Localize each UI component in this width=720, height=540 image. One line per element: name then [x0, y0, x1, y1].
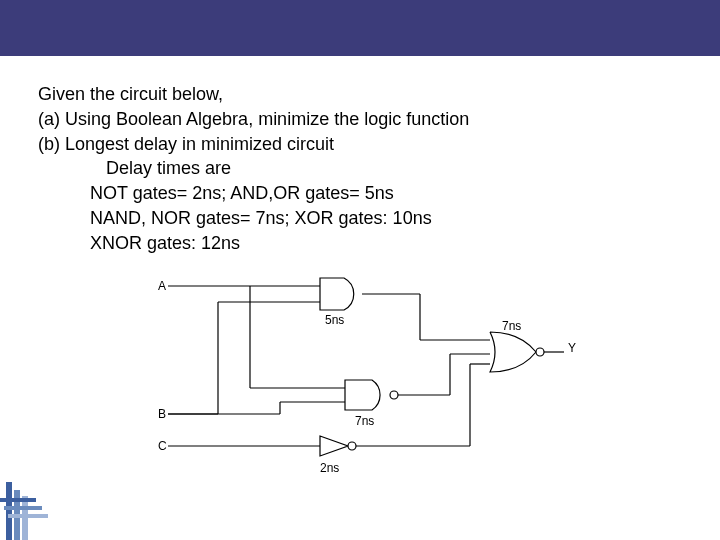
part-b-text: (b) Longest delay in minimized circuit: [38, 132, 698, 157]
input-c-label: C: [158, 439, 167, 453]
input-b-label: B: [158, 407, 166, 421]
delay-line-1: NOT gates= 2ns; AND,OR gates= 5ns: [38, 181, 698, 206]
svg-point-23: [348, 442, 356, 450]
svg-point-19: [390, 391, 398, 399]
input-a-label: A: [158, 279, 166, 293]
and-gate-delay: 5ns: [325, 313, 344, 327]
svg-rect-3: [0, 498, 36, 502]
part-a-text: (a) Using Boolean Algebra, minimize the …: [38, 107, 698, 132]
problem-statement: Given the circuit below, (a) Using Boole…: [38, 82, 698, 256]
intro-text: Given the circuit below,: [38, 82, 698, 107]
output-y-label: Y: [568, 341, 576, 355]
delay-line-3: XNOR gates: 12ns: [38, 231, 698, 256]
header-band: [0, 0, 720, 56]
corner-accent-graphic: [0, 420, 68, 540]
svg-point-27: [536, 348, 544, 356]
svg-rect-4: [4, 506, 42, 510]
delay-line-2: NAND, NOR gates= 7ns; XOR gates: 10ns: [38, 206, 698, 231]
nor-gate-delay: 7ns: [502, 319, 521, 333]
not-gate-delay: 2ns: [320, 461, 339, 475]
svg-rect-0: [6, 482, 12, 540]
nand-gate-delay: 7ns: [355, 414, 374, 428]
svg-rect-5: [8, 514, 48, 518]
circuit-diagram: A B C Y 5ns 7ns 2ns 7ns: [120, 272, 600, 492]
delay-heading: Delay times are: [38, 156, 698, 181]
